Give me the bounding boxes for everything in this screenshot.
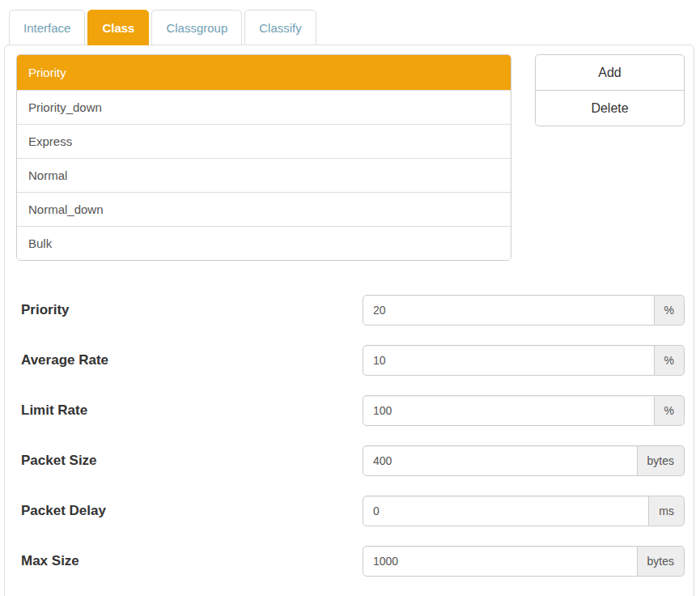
- list-action-buttons: Add Delete: [535, 54, 685, 126]
- packet-size-input-group: bytes: [363, 445, 685, 476]
- form-row-average-rate: Average Rate %: [16, 345, 685, 376]
- tab-class[interactable]: Class: [87, 10, 149, 45]
- packet-delay-unit-addon: ms: [649, 496, 685, 526]
- max-size-label: Max Size: [21, 546, 79, 577]
- max-size-input[interactable]: [363, 546, 638, 577]
- tab-bar: Interface Class Classgroup Classify: [9, 10, 319, 45]
- average-rate-input[interactable]: [363, 345, 655, 376]
- tab-classgroup[interactable]: Classgroup: [151, 10, 242, 45]
- class-list: Priority Priority_down Express Normal No…: [16, 54, 511, 261]
- packet-size-label: Packet Size: [21, 445, 97, 476]
- packet-delay-input[interactable]: [363, 496, 649, 526]
- add-button[interactable]: Add: [535, 54, 685, 91]
- class-list-item-normal[interactable]: Normal: [17, 158, 511, 192]
- priority-unit-addon: %: [655, 295, 685, 326]
- limit-rate-label: Limit Rate: [21, 395, 87, 426]
- form-row-packet-delay: Packet Delay ms: [16, 496, 685, 526]
- average-rate-label: Average Rate: [21, 345, 108, 376]
- class-list-item-express[interactable]: Express: [17, 124, 511, 158]
- class-list-item-normal-down[interactable]: Normal_down: [17, 192, 511, 226]
- form-row-limit-rate: Limit Rate %: [16, 395, 685, 426]
- class-list-item-priority-down[interactable]: Priority_down: [17, 90, 511, 124]
- tab-interface[interactable]: Interface: [9, 10, 85, 45]
- priority-label: Priority: [21, 295, 70, 326]
- packet-size-unit-addon: bytes: [638, 445, 685, 476]
- packet-delay-input-group: ms: [363, 496, 685, 526]
- max-size-input-group: bytes: [363, 546, 685, 577]
- form-row-max-size: Max Size bytes: [16, 546, 685, 577]
- limit-rate-input[interactable]: [363, 395, 655, 426]
- average-rate-input-group: %: [363, 345, 685, 376]
- priority-input-group: %: [363, 295, 685, 326]
- max-size-unit-addon: bytes: [638, 546, 685, 577]
- class-list-item-priority[interactable]: Priority: [17, 55, 511, 90]
- packet-delay-label: Packet Delay: [21, 496, 106, 526]
- form-row-priority: Priority %: [16, 295, 685, 326]
- class-list-item-bulk[interactable]: Bulk: [17, 226, 511, 260]
- form-row-packet-size: Packet Size bytes: [16, 445, 685, 476]
- limit-rate-input-group: %: [363, 395, 685, 426]
- priority-input[interactable]: [363, 295, 655, 326]
- delete-button[interactable]: Delete: [535, 90, 685, 126]
- average-rate-unit-addon: %: [655, 345, 685, 376]
- packet-size-input[interactable]: [363, 445, 638, 476]
- class-tab-panel: Priority Priority_down Express Normal No…: [4, 45, 694, 596]
- limit-rate-unit-addon: %: [655, 395, 685, 426]
- tab-classify[interactable]: Classify: [244, 10, 316, 45]
